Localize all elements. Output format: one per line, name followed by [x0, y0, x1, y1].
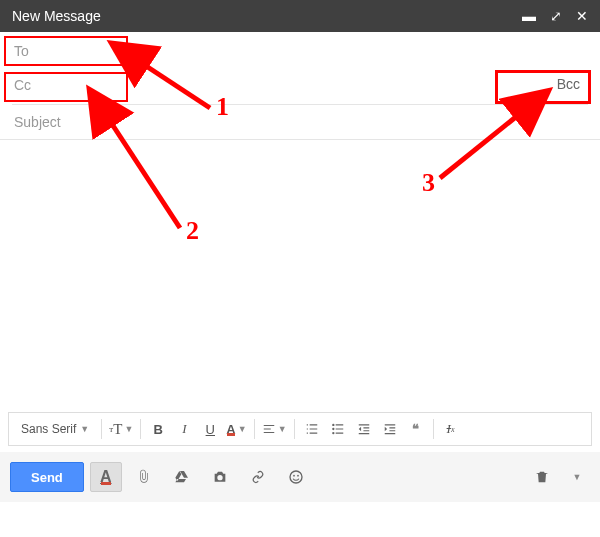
annotation-number-3: 3	[422, 168, 435, 198]
indent-icon	[383, 422, 397, 436]
minimize-icon[interactable]: ▬	[522, 9, 536, 23]
chevron-down-icon: ▼	[278, 424, 287, 434]
send-toolbar: Send A ▼	[0, 452, 600, 502]
subject-input[interactable]	[12, 113, 588, 131]
separator	[294, 419, 295, 439]
ordered-list-icon	[305, 422, 319, 436]
annotation-number-2: 2	[186, 216, 199, 246]
chevron-down-icon: ▼	[238, 424, 247, 434]
unordered-list-icon	[331, 422, 345, 436]
chevron-down-icon: ▼	[573, 472, 582, 482]
camera-icon	[212, 469, 228, 485]
bulleted-list-button[interactable]	[325, 416, 351, 442]
emoji-button[interactable]	[280, 462, 312, 492]
numbered-list-button[interactable]	[299, 416, 325, 442]
quote-button[interactable]: ❝	[403, 416, 429, 442]
clear-formatting-button[interactable]: Ix	[438, 416, 464, 442]
annotation-number-1: 1	[216, 92, 229, 122]
text-color-button[interactable]: A ▼	[223, 416, 249, 442]
cc-row	[12, 68, 588, 102]
align-button[interactable]: ▼	[259, 416, 290, 442]
italic-button[interactable]: I	[171, 416, 197, 442]
align-icon	[262, 422, 276, 436]
header-fields: Bcc	[0, 32, 600, 139]
window-title: New Message	[12, 8, 101, 24]
expand-icon[interactable]: ⤢	[550, 9, 562, 23]
separator	[140, 419, 141, 439]
separator	[101, 419, 102, 439]
discard-button[interactable]	[526, 462, 558, 492]
separator	[433, 419, 434, 439]
link-icon	[250, 469, 266, 485]
drive-button[interactable]	[166, 462, 198, 492]
svg-point-3	[290, 471, 302, 483]
bcc-link[interactable]: Bcc	[557, 76, 580, 92]
paperclip-icon	[136, 469, 152, 485]
attach-button[interactable]	[128, 462, 160, 492]
emoji-icon	[288, 469, 304, 485]
cc-input[interactable]	[12, 76, 588, 94]
send-button[interactable]: Send	[10, 462, 84, 492]
chevron-down-icon: ▼	[80, 424, 89, 434]
text-size-button[interactable]: тT▼	[106, 416, 136, 442]
close-icon[interactable]: ✕	[576, 9, 588, 23]
svg-point-0	[332, 424, 334, 426]
outdent-icon	[357, 422, 371, 436]
formatting-toolbar: Sans Serif ▼ тT▼ B I U A ▼ ▼ ❝ Ix	[8, 412, 592, 446]
outdent-button[interactable]	[351, 416, 377, 442]
subject-row	[12, 105, 588, 139]
svg-point-1	[332, 428, 334, 430]
photo-button[interactable]	[204, 462, 236, 492]
format-a-icon: A	[100, 468, 112, 486]
color-a-icon: A	[226, 422, 235, 437]
more-options-button[interactable]: ▼	[564, 462, 590, 492]
trash-icon	[534, 469, 550, 485]
to-row	[12, 34, 588, 68]
link-button[interactable]	[242, 462, 274, 492]
drive-icon	[174, 469, 190, 485]
formatting-toggle-button[interactable]: A	[90, 462, 122, 492]
underline-button[interactable]: U	[197, 416, 223, 442]
title-bar: New Message ▬ ⤢ ✕	[0, 0, 600, 32]
svg-point-2	[332, 432, 334, 434]
message-body[interactable]	[0, 140, 600, 412]
separator	[254, 419, 255, 439]
svg-point-4	[293, 475, 295, 477]
bold-button[interactable]: B	[145, 416, 171, 442]
window-controls: ▬ ⤢ ✕	[522, 9, 588, 23]
font-family-label: Sans Serif	[21, 422, 76, 436]
indent-button[interactable]	[377, 416, 403, 442]
to-input[interactable]	[12, 42, 588, 60]
font-family-select[interactable]: Sans Serif ▼	[13, 422, 97, 436]
svg-point-5	[297, 475, 299, 477]
